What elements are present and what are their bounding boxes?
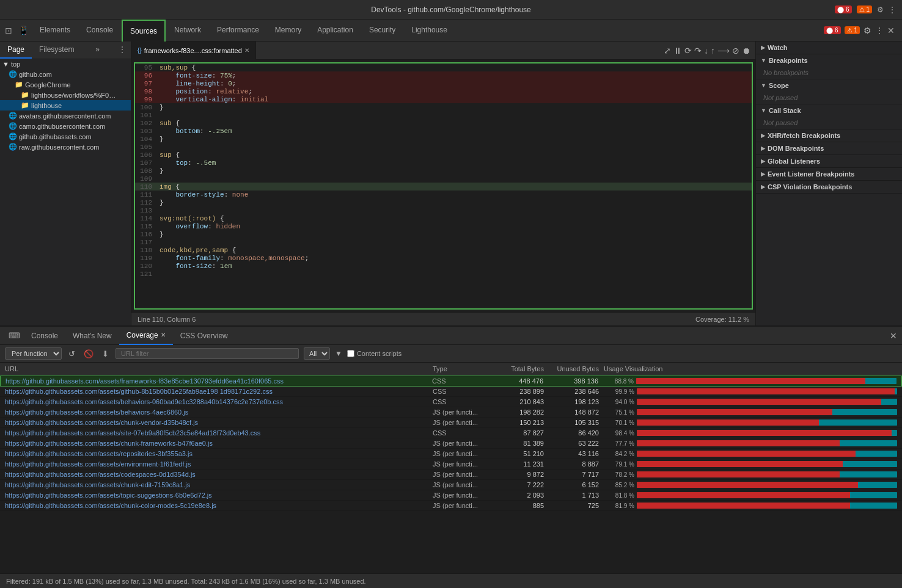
coverage-row[interactable]: https://github.githubassets.com/assets/s… bbox=[0, 428, 902, 438]
tree-item-lighthouse-workflows[interactable]: 📁 lighthouse/workflows/%F0%9... bbox=[0, 90, 131, 100]
coverage-row[interactable]: https://github.githubassets.com/assets/b… bbox=[0, 397, 902, 407]
tab-lighthouse[interactable]: Lighthouse bbox=[404, 20, 455, 42]
tree-item-avatars[interactable]: 🌐 avatars.githubusercontent.com bbox=[0, 111, 131, 121]
tab-memory[interactable]: Memory bbox=[268, 20, 309, 42]
code-editor[interactable]: 95 sub,sup { 96 font-size: 75%; 97 line-… bbox=[134, 62, 753, 310]
coverage-row[interactable]: https://github.githubassets.com/assets/c… bbox=[0, 470, 902, 480]
bt-tab-console[interactable]: Console bbox=[24, 327, 65, 345]
tree-item-top[interactable]: ▼ top bbox=[0, 59, 131, 69]
ft-menu-icon[interactable]: ⋮ bbox=[114, 42, 131, 59]
reload-coverage-button[interactable]: ↺ bbox=[67, 349, 77, 359]
url-filter-input[interactable] bbox=[116, 348, 299, 359]
tree-item-github[interactable]: 🌐 github.com bbox=[0, 69, 131, 79]
watch-header[interactable]: ▶ Watch bbox=[756, 42, 902, 54]
xhr-header[interactable]: ▶ XHR/fetch Breakpoints bbox=[756, 129, 902, 142]
close-bottom-panel-icon[interactable]: ✕ bbox=[890, 331, 897, 341]
tree-item-githubassets[interactable]: 🌐 github.githubassets.com bbox=[0, 131, 131, 142]
viz-bar bbox=[637, 419, 897, 426]
tree-item-lighthouse[interactable]: 📁 lighthouse bbox=[0, 100, 131, 111]
coverage-row[interactable]: https://github.githubassets.com/assets/e… bbox=[0, 459, 902, 470]
more-vert-icon[interactable]: ⋮ bbox=[875, 26, 884, 35]
export-coverage-button[interactable]: ⬇ bbox=[100, 349, 111, 359]
tab-sources[interactable]: Sources bbox=[122, 20, 166, 42]
bt-tab-coverage[interactable]: Coverage ✕ bbox=[119, 327, 173, 345]
coverage-row[interactable]: https://github.githubassets.com/assets/c… bbox=[0, 438, 902, 449]
deactivate-icon[interactable]: ⊘ bbox=[732, 46, 739, 56]
tree-item-raw[interactable]: 🌐 raw.githubusercontent.com bbox=[0, 142, 131, 152]
ft-tab-page[interactable]: Page bbox=[0, 42, 32, 59]
coverage-row[interactable]: https://github.githubassets.com/assets/r… bbox=[0, 449, 902, 459]
settings-icon[interactable]: ⚙ bbox=[877, 5, 884, 14]
ft-more-icon[interactable]: » bbox=[90, 42, 105, 59]
coverage-row[interactable]: https://github.githubassets.com/assets/c… bbox=[0, 418, 902, 428]
col-header-total[interactable]: Total Bytes bbox=[494, 365, 549, 372]
ft-tab-filesystem[interactable]: Filesystem bbox=[32, 42, 81, 59]
step-out-icon[interactable]: ↑ bbox=[711, 46, 715, 56]
row-unused: 1 713 bbox=[549, 492, 604, 499]
record-icon[interactable]: ⏺ bbox=[742, 46, 750, 56]
bt-tab-whatsnew[interactable]: What's New bbox=[65, 327, 119, 345]
coverage-row[interactable]: https://github.githubassets.com/assets/t… bbox=[0, 490, 902, 501]
pause-icon[interactable]: ⏸ bbox=[673, 46, 682, 56]
global-section: ▶ Global Listeners bbox=[756, 155, 902, 168]
callstack-header[interactable]: ▼ Call Stack bbox=[756, 104, 902, 117]
tab-console[interactable]: Console bbox=[79, 20, 120, 42]
tab-security[interactable]: Security bbox=[362, 20, 403, 42]
row-url: https://github.githubassets.com/assets/c… bbox=[5, 419, 433, 426]
close-tab-icon[interactable]: ✕ bbox=[244, 47, 249, 54]
tab-network[interactable]: Network bbox=[167, 20, 208, 42]
close-devtools-icon[interactable]: ✕ bbox=[887, 26, 895, 35]
step-back-icon[interactable]: ⟳ bbox=[684, 46, 692, 56]
format-icon[interactable]: ⤢ bbox=[664, 46, 671, 56]
cloud-icon: 🌐 bbox=[9, 112, 17, 120]
expand-icon: ▼ bbox=[761, 107, 766, 114]
tree-item-googlechrome[interactable]: 📁 GoogleChrome bbox=[0, 79, 131, 90]
step-icon[interactable]: ⟶ bbox=[717, 46, 730, 56]
viz-teal-bar bbox=[840, 440, 897, 446]
tab-application[interactable]: Application bbox=[310, 20, 361, 42]
viz-bar bbox=[637, 409, 897, 415]
coverage-row[interactable]: https://github.githubassets.com/assets/b… bbox=[0, 407, 902, 418]
row-viz: 85.2 % bbox=[604, 482, 897, 488]
code-line-110: 110 img { bbox=[135, 183, 752, 191]
step-into-icon[interactable]: ↓ bbox=[704, 46, 708, 56]
global-header[interactable]: ▶ Global Listeners bbox=[756, 155, 902, 167]
type-filter-select[interactable]: All bbox=[304, 347, 330, 360]
row-viz: 79.1 % bbox=[604, 461, 897, 468]
close-coverage-icon[interactable]: ✕ bbox=[161, 332, 166, 338]
row-type: CSS bbox=[433, 398, 494, 405]
dom-header[interactable]: ▶ DOM Breakpoints bbox=[756, 142, 902, 154]
viz-red-bar bbox=[637, 430, 892, 436]
tab-elements[interactable]: Elements bbox=[32, 20, 78, 42]
clear-coverage-button[interactable]: 🚫 bbox=[82, 349, 95, 359]
coverage-row[interactable]: https://github.githubassets.com/assets/c… bbox=[0, 480, 902, 490]
more-icon[interactable]: ⋮ bbox=[889, 5, 896, 14]
folder-icon: 📁 bbox=[21, 91, 29, 99]
step-over-icon[interactable]: ↷ bbox=[694, 46, 702, 56]
col-header-type[interactable]: Type bbox=[433, 365, 494, 372]
code-line-116: 116 } bbox=[135, 230, 752, 238]
content-scripts-checkbox[interactable] bbox=[347, 350, 354, 357]
bottom-panel: ⌨ Console What's New Coverage ✕ CSS Over… bbox=[0, 325, 902, 588]
col-header-unused[interactable]: Unused Bytes bbox=[549, 365, 604, 372]
tab-performance[interactable]: Performance bbox=[210, 20, 266, 42]
console-prompt-icon[interactable]: ⌨ bbox=[5, 331, 24, 340]
expand-icon: ▶ bbox=[761, 171, 765, 177]
tree-item-camo[interactable]: 🌐 camo.githubusercontent.com bbox=[0, 121, 131, 131]
scope-header[interactable]: ▼ Scope bbox=[756, 79, 902, 92]
inspect-icon[interactable]: ⊡ bbox=[2, 26, 15, 35]
csp-header[interactable]: ▶ CSP Violation Breakpoints bbox=[756, 181, 902, 193]
bt-tab-cssoverview[interactable]: CSS Overview bbox=[173, 327, 235, 345]
coverage-row[interactable]: https://github.githubassets.com/assets/f… bbox=[0, 376, 902, 387]
code-line-119: 119 font-family: monospace,monospace; bbox=[135, 254, 752, 262]
editor-tab-css[interactable]: {} frameworks-f83e....css:formatted ✕ bbox=[131, 42, 256, 60]
callstack-section: ▼ Call Stack Not paused bbox=[756, 104, 902, 129]
event-header[interactable]: ▶ Event Listener Breakpoints bbox=[756, 168, 902, 180]
per-function-select[interactable]: Per function bbox=[5, 347, 62, 360]
settings-gear-icon[interactable]: ⚙ bbox=[864, 26, 871, 35]
device-icon[interactable]: 📱 bbox=[16, 26, 31, 35]
col-header-url[interactable]: URL bbox=[5, 365, 433, 372]
breakpoints-header[interactable]: ▼ Breakpoints bbox=[756, 54, 902, 67]
coverage-row[interactable]: https://github.githubassets.com/assets/g… bbox=[0, 387, 902, 397]
coverage-row[interactable]: https://github.githubassets.com/assets/c… bbox=[0, 501, 902, 511]
